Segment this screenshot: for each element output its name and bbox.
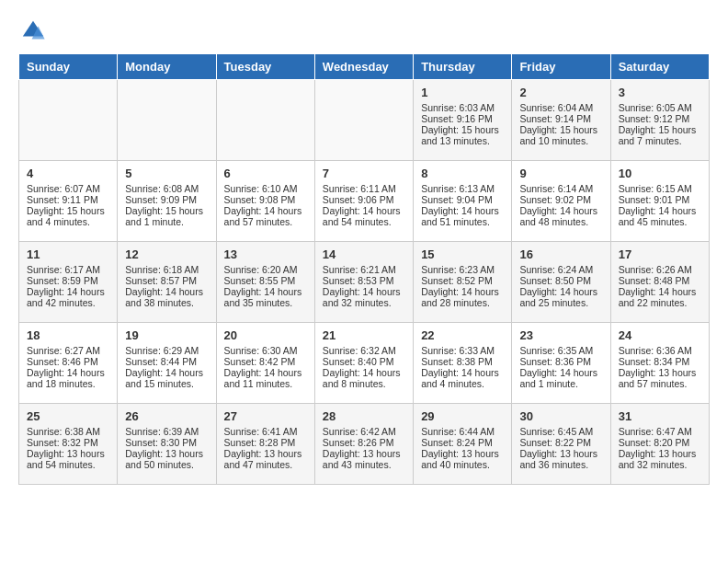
day-info: and 35 minutes.: [224, 297, 307, 308]
day-info: Sunset: 9:08 PM: [224, 194, 307, 205]
day-info: Sunrise: 6:30 AM: [224, 345, 307, 356]
day-info: Daylight: 14 hours: [421, 367, 504, 378]
day-number: 17: [619, 247, 701, 261]
calendar-cell: 30Sunrise: 6:45 AMSunset: 8:22 PMDayligh…: [512, 404, 610, 485]
day-info: and 15 minutes.: [125, 378, 208, 389]
day-number: 18: [27, 328, 109, 342]
day-info: and 1 minute.: [519, 378, 602, 389]
calendar-cell: 29Sunrise: 6:44 AMSunset: 8:24 PMDayligh…: [414, 404, 512, 485]
calendar-table: SundayMondayTuesdayWednesdayThursdayFrid…: [18, 53, 710, 485]
day-info: Sunrise: 6:17 AM: [27, 264, 109, 275]
logo: [18, 18, 46, 44]
day-info: Sunset: 8:53 PM: [323, 275, 405, 286]
day-info: Sunset: 9:12 PM: [619, 113, 701, 124]
day-info: Sunrise: 6:07 AM: [27, 183, 109, 194]
day-info: and 10 minutes.: [519, 135, 602, 146]
day-info: Sunrise: 6:33 AM: [421, 345, 504, 356]
day-info: and 4 minutes.: [27, 216, 109, 227]
day-info: and 25 minutes.: [519, 297, 602, 308]
day-info: Sunset: 9:11 PM: [27, 194, 109, 205]
day-info: Sunset: 8:22 PM: [519, 437, 602, 448]
day-info: and 11 minutes.: [224, 378, 307, 389]
day-info: Sunset: 8:26 PM: [323, 437, 405, 448]
day-number: 11: [27, 247, 109, 261]
calendar-cell: 12Sunrise: 6:18 AMSunset: 8:57 PMDayligh…: [118, 242, 216, 323]
day-info: and 42 minutes.: [27, 297, 109, 308]
day-info: Sunset: 8:46 PM: [27, 356, 109, 367]
day-info: Daylight: 14 hours: [27, 286, 109, 297]
day-info: Daylight: 14 hours: [224, 367, 307, 378]
calendar-cell: 18Sunrise: 6:27 AMSunset: 8:46 PMDayligh…: [19, 323, 118, 404]
day-number: 23: [519, 328, 602, 342]
day-info: Sunset: 8:59 PM: [27, 275, 109, 286]
calendar-cell: 7Sunrise: 6:11 AMSunset: 9:06 PMDaylight…: [314, 161, 413, 242]
day-info: Daylight: 14 hours: [224, 205, 307, 216]
day-info: and 48 minutes.: [519, 216, 602, 227]
day-number: 8: [421, 167, 504, 180]
day-number: 2: [519, 86, 602, 99]
day-info: and 8 minutes.: [323, 378, 405, 389]
calendar-cell: 31Sunrise: 6:47 AMSunset: 8:20 PMDayligh…: [610, 404, 709, 485]
day-info: Daylight: 14 hours: [619, 286, 701, 297]
day-info: Sunrise: 6:45 AM: [519, 426, 602, 437]
day-number: 22: [421, 328, 504, 342]
day-info: Daylight: 14 hours: [323, 286, 405, 297]
calendar-cell: [19, 80, 118, 161]
day-info: Daylight: 14 hours: [323, 367, 405, 378]
day-info: and 22 minutes.: [619, 297, 701, 308]
day-info: and 51 minutes.: [421, 216, 504, 227]
calendar-cell: 22Sunrise: 6:33 AMSunset: 8:38 PMDayligh…: [414, 323, 512, 404]
calendar-cell: 4Sunrise: 6:07 AMSunset: 9:11 PMDaylight…: [19, 161, 118, 242]
day-info: Sunrise: 6:42 AM: [323, 426, 405, 437]
day-info: and 54 minutes.: [323, 216, 405, 227]
week-row-3: 11Sunrise: 6:17 AMSunset: 8:59 PMDayligh…: [19, 242, 710, 323]
day-info: Daylight: 13 hours: [421, 448, 504, 459]
calendar-cell: 10Sunrise: 6:15 AMSunset: 9:01 PMDayligh…: [610, 161, 709, 242]
calendar-cell: 27Sunrise: 6:41 AMSunset: 8:28 PMDayligh…: [216, 404, 314, 485]
day-info: Daylight: 14 hours: [421, 286, 504, 297]
calendar-cell: 25Sunrise: 6:38 AMSunset: 8:32 PMDayligh…: [19, 404, 118, 485]
day-number: 21: [323, 328, 405, 342]
day-info: Sunset: 8:24 PM: [421, 437, 504, 448]
day-info: and 4 minutes.: [421, 378, 504, 389]
day-info: Sunrise: 6:21 AM: [323, 264, 405, 275]
day-info: Daylight: 13 hours: [125, 448, 208, 459]
day-info: and 54 minutes.: [27, 459, 109, 470]
day-info: Sunrise: 6:39 AM: [125, 426, 208, 437]
day-info: Sunset: 8:38 PM: [421, 356, 504, 367]
calendar-cell: 20Sunrise: 6:30 AMSunset: 8:42 PMDayligh…: [216, 323, 314, 404]
day-info: Daylight: 14 hours: [421, 205, 504, 216]
day-number: 27: [224, 409, 307, 423]
day-info: Daylight: 13 hours: [619, 367, 701, 378]
day-info: Sunrise: 6:44 AM: [421, 426, 504, 437]
day-info: Sunset: 9:06 PM: [323, 194, 405, 205]
day-info: Daylight: 13 hours: [224, 448, 307, 459]
header-day-thursday: Thursday: [414, 54, 512, 80]
week-row-4: 18Sunrise: 6:27 AMSunset: 8:46 PMDayligh…: [19, 323, 710, 404]
day-info: Sunset: 8:20 PM: [619, 437, 701, 448]
calendar-cell: 23Sunrise: 6:35 AMSunset: 8:36 PMDayligh…: [512, 323, 610, 404]
day-info: Sunrise: 6:36 AM: [619, 345, 701, 356]
day-info: and 32 minutes.: [619, 459, 701, 470]
day-info: Sunrise: 6:27 AM: [27, 345, 109, 356]
day-info: Sunrise: 6:05 AM: [619, 102, 701, 113]
day-info: Sunset: 8:48 PM: [619, 275, 701, 286]
day-info: Sunrise: 6:41 AM: [224, 426, 307, 437]
day-info: Daylight: 13 hours: [619, 448, 701, 459]
day-info: Sunset: 8:42 PM: [224, 356, 307, 367]
day-number: 4: [27, 167, 109, 180]
calendar-cell: 19Sunrise: 6:29 AMSunset: 8:44 PMDayligh…: [118, 323, 216, 404]
header-day-sunday: Sunday: [19, 54, 118, 80]
calendar-cell: 2Sunrise: 6:04 AMSunset: 9:14 PMDaylight…: [512, 80, 610, 161]
header: [18, 18, 710, 44]
calendar-cell: [118, 80, 216, 161]
calendar-cell: 11Sunrise: 6:17 AMSunset: 8:59 PMDayligh…: [19, 242, 118, 323]
day-info: Sunset: 8:57 PM: [125, 275, 208, 286]
day-info: Sunset: 8:30 PM: [125, 437, 208, 448]
day-info: and 50 minutes.: [125, 459, 208, 470]
day-info: and 36 minutes.: [519, 459, 602, 470]
day-info: Daylight: 14 hours: [619, 205, 701, 216]
day-info: Sunset: 9:16 PM: [421, 113, 504, 124]
day-info: Sunset: 9:09 PM: [125, 194, 208, 205]
day-info: Sunset: 8:28 PM: [224, 437, 307, 448]
